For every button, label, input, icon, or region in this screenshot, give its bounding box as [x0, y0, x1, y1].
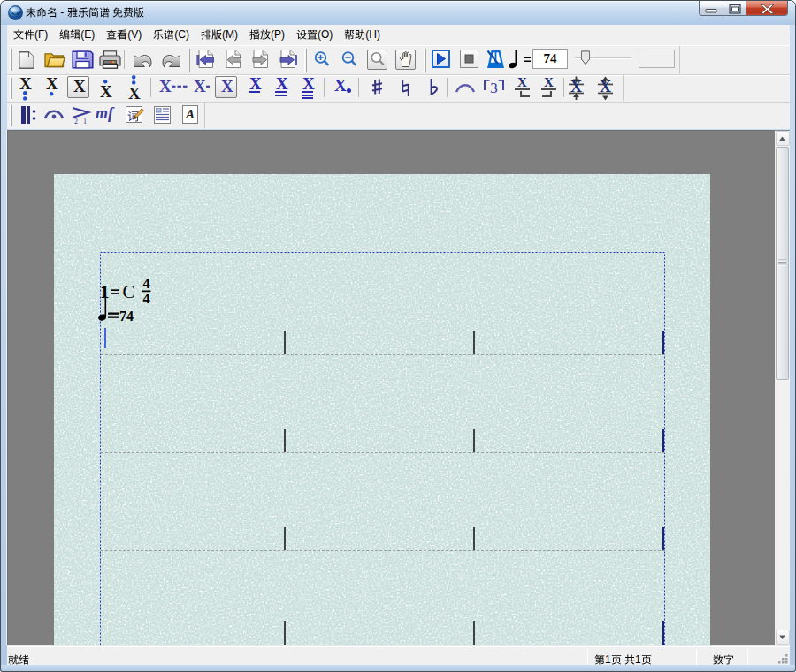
svg-text:2: 2 [74, 118, 78, 125]
svg-text:X: X [276, 74, 288, 93]
svg-text:74: 74 [119, 309, 134, 324]
svg-text:1: 1 [83, 118, 87, 125]
svg-text:X: X [73, 77, 86, 95]
svg-text:C: C [123, 281, 135, 302]
svg-text:X: X [600, 78, 611, 95]
svg-text:X: X [570, 78, 582, 95]
svg-text:X: X [302, 74, 315, 93]
svg-text:X: X [334, 76, 347, 95]
svg-text:X: X [128, 84, 141, 103]
svg-text:4: 4 [142, 290, 149, 307]
svg-text:X: X [159, 77, 172, 95]
svg-text:3: 3 [490, 80, 498, 95]
svg-text:X: X [249, 74, 262, 93]
svg-text:X: X [19, 74, 32, 93]
svg-text:X: X [194, 77, 206, 95]
svg-text:X: X [100, 82, 112, 101]
svg-text:X: X [221, 77, 233, 95]
svg-text:1: 1 [100, 281, 110, 302]
svg-text:X: X [46, 74, 58, 93]
